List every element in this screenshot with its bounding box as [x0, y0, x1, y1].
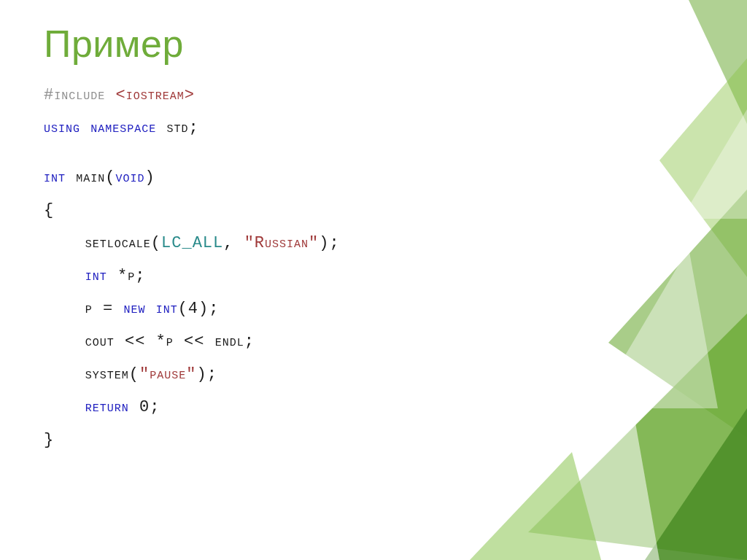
indent3: [44, 398, 85, 416]
main: main(: [66, 168, 115, 187]
code-line-new: p = new int(4);: [44, 301, 340, 317]
close: );: [319, 234, 339, 252]
angle-open: <: [105, 86, 125, 104]
indent: [44, 267, 85, 285]
new-kw: new: [123, 300, 145, 318]
using-kw: using: [44, 119, 80, 137]
int-kw3: int: [156, 300, 178, 318]
namespace-kw: namespace: [90, 119, 156, 137]
svg-marker-6: [594, 248, 718, 408]
str-russian: "Russian": [244, 234, 320, 252]
code-line-setlocale: setlocale(LC_ALL, "Russian");: [44, 236, 340, 252]
svg-marker-8: [470, 452, 601, 560]
semi: ;: [188, 119, 198, 137]
brace2: }: [44, 431, 54, 449]
int-kw2: int: [85, 267, 107, 285]
return-kw: return: [85, 398, 129, 416]
std: std: [156, 119, 188, 137]
code-line-cout: cout << *p << endl;: [44, 334, 340, 350]
blank-line: [44, 153, 340, 170]
angle-close: >: [185, 86, 195, 104]
code-block: #include <iostream> using namespace std;…: [44, 88, 340, 465]
include-kw: include: [54, 86, 105, 104]
zero: 0;: [129, 398, 160, 416]
code-line-brace-open: {: [44, 203, 340, 219]
code-line-system: system("pause");: [44, 367, 340, 383]
svg-marker-1: [659, 58, 747, 277]
slide-title: Пример: [44, 22, 184, 66]
iostream: iostream: [126, 86, 185, 104]
svg-marker-0: [689, 0, 747, 124]
sp2: [145, 300, 155, 318]
code-line-intp: int *p;: [44, 268, 340, 284]
code-line-main: int main(void): [44, 170, 340, 186]
int-kw: int: [44, 168, 66, 187]
void-kw: void: [115, 168, 144, 187]
svg-marker-5: [484, 394, 659, 560]
str-pause: "pause": [139, 365, 196, 384]
svg-marker-2: [608, 190, 747, 438]
four: (4);: [178, 300, 220, 318]
svg-marker-7: [681, 109, 747, 219]
code-line-include: #include <iostream>: [44, 88, 340, 104]
svg-marker-4: [645, 408, 747, 560]
code-line-brace-close: }: [44, 432, 340, 448]
slide: Пример #include <iostream> using namespa…: [0, 0, 747, 560]
cout: cout << *p << endl;: [44, 332, 255, 351]
starp: *p;: [107, 267, 146, 285]
paren-close: ): [144, 168, 155, 187]
system: system(: [44, 365, 139, 384]
lc-all: LC_ALL: [161, 234, 223, 252]
p-eq: p =: [44, 300, 123, 318]
code-line-using: using namespace std;: [44, 120, 340, 136]
close2: );: [196, 365, 217, 384]
decorative-shards: [441, 0, 747, 560]
code-line-return: return 0;: [44, 400, 340, 416]
hash: #: [44, 86, 54, 104]
comma: ,: [223, 234, 244, 252]
brace: {: [44, 201, 54, 219]
sp: [80, 119, 90, 137]
svg-marker-3: [528, 314, 747, 560]
setlocale: setlocale(: [44, 234, 161, 252]
